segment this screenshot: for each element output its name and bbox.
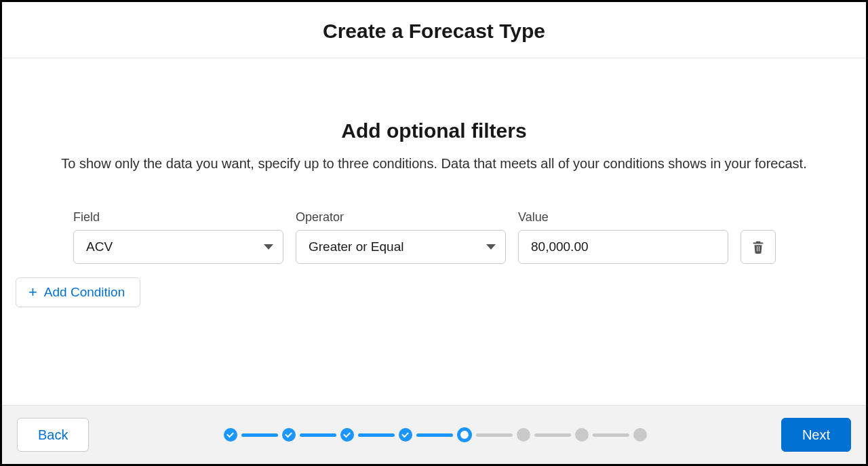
step-connector (534, 433, 571, 437)
field-group-operator: Operator Greater or Equal (296, 210, 506, 264)
modal-title: Create a Forecast Type (2, 20, 866, 43)
step-done-icon (282, 428, 296, 442)
progress-stepper (89, 427, 781, 442)
progress-step (457, 427, 472, 442)
field-dropdown-value: ACV (86, 239, 113, 254)
chevron-down-icon (264, 244, 273, 250)
step-connector (593, 433, 629, 437)
section-title: Add optional filters (16, 119, 852, 142)
progress-step (224, 428, 237, 442)
condition-row: Field ACV Operator Greater or Equal Valu… (73, 210, 795, 264)
step-future-icon (517, 428, 530, 442)
filters-area: Field ACV Operator Greater or Equal Valu… (16, 210, 852, 264)
delete-condition-button[interactable] (741, 230, 776, 264)
section-description: To show only the data you want, specify … (43, 155, 825, 173)
add-condition-label: Add Condition (44, 285, 125, 300)
back-button[interactable]: Back (17, 418, 89, 452)
step-future-icon (575, 428, 589, 442)
step-done-icon (340, 428, 354, 442)
step-connector (300, 433, 336, 437)
operator-dropdown-value: Greater or Equal (309, 239, 403, 254)
operator-dropdown[interactable]: Greater or Equal (296, 230, 506, 264)
progress-step (633, 428, 647, 442)
modal-footer: Back Next (2, 405, 866, 464)
modal-header: Create a Forecast Type (2, 2, 866, 58)
value-input[interactable] (518, 230, 728, 264)
step-connector (358, 433, 395, 437)
progress-step (340, 428, 354, 442)
step-connector (416, 433, 453, 437)
progress-step (517, 428, 530, 442)
progress-step (575, 428, 589, 442)
plus-icon: + (28, 285, 37, 300)
field-group-value: Value (518, 210, 728, 264)
modal-content: Add optional filters To show only the da… (2, 58, 866, 405)
chevron-down-icon (486, 244, 496, 250)
field-dropdown[interactable]: ACV (73, 230, 283, 264)
modal-frame: Create a Forecast Type Add optional filt… (0, 0, 868, 466)
step-done-icon (224, 428, 237, 442)
field-label: Field (73, 210, 283, 225)
add-condition-wrap: + Add Condition (16, 264, 852, 307)
step-connector (476, 433, 513, 437)
step-done-icon (399, 428, 412, 442)
operator-label: Operator (296, 210, 506, 225)
add-condition-button[interactable]: + Add Condition (16, 277, 140, 307)
next-button[interactable]: Next (781, 418, 851, 452)
field-group-field: Field ACV (73, 210, 283, 264)
trash-icon (751, 239, 766, 254)
field-group-delete (741, 230, 776, 264)
progress-step (399, 428, 412, 442)
step-current-icon (457, 427, 472, 442)
step-future-icon (633, 428, 647, 442)
step-connector (241, 433, 278, 437)
progress-step (282, 428, 296, 442)
value-label: Value (518, 210, 728, 225)
